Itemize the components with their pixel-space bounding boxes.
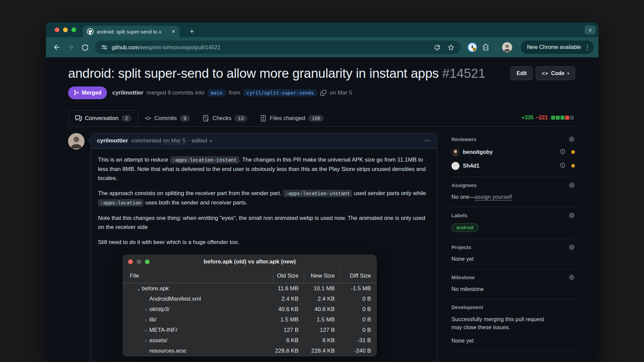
- forward-button[interactable]: [65, 41, 77, 53]
- conversation-icon: [75, 115, 82, 122]
- reviewer-row[interactable]: Sh4d1: [451, 162, 575, 170]
- github-favicon-icon: [87, 28, 94, 35]
- password-manager-extension-icon[interactable]: [467, 42, 477, 52]
- comment-edited-label[interactable]: edited: [192, 137, 207, 144]
- label-android[interactable]: android: [451, 224, 478, 232]
- gear-icon[interactable]: [569, 244, 575, 250]
- extensions-puzzle-icon[interactable]: [482, 44, 490, 51]
- browser-tab[interactable]: android: split super-send to a ✕: [83, 26, 179, 37]
- gear-icon[interactable]: [569, 274, 575, 281]
- assignees-heading: Assignees: [451, 182, 477, 188]
- apk-window-titlebar: before.apk (old) vs after.apk (new): [123, 255, 376, 268]
- development-empty: None yet: [451, 338, 575, 344]
- files-changed-count: 106: [308, 115, 324, 122]
- chevron-collapsed-icon[interactable]: ›: [143, 305, 149, 314]
- pr-title: android: split super-send to allow more …: [68, 66, 511, 81]
- table-row[interactable]: ›okhttp3/ 40.6 KB40.6 KB0 B: [123, 304, 376, 314]
- chevron-expanded-icon[interactable]: ⌄: [135, 284, 142, 293]
- tab-checks[interactable]: Checks 13: [196, 110, 254, 126]
- edit-button[interactable]: Edit: [511, 66, 533, 80]
- development-heading: Development: [451, 304, 483, 310]
- pr-tab-nav: Conversation 2 Commits 9 Checks 13 Files…: [68, 110, 575, 127]
- diff-blocks: [551, 116, 574, 120]
- toolbar-divider: [496, 43, 496, 51]
- address-bar[interactable]: github.com/wesprint-io/monorepo/pull/145…: [95, 41, 461, 54]
- chrome-update-label: New Chrome available: [527, 44, 581, 50]
- tab-close-icon[interactable]: ✕: [171, 29, 175, 34]
- reviewer-avatar: [451, 148, 460, 156]
- milestone-section: Milestone No milestone: [451, 269, 575, 299]
- git-merge-icon: [73, 90, 79, 96]
- inline-code: :apps:location-instant: [283, 190, 352, 197]
- chevron-collapsed-icon[interactable]: ›: [143, 336, 149, 345]
- edited-caret-icon[interactable]: ▾: [210, 139, 212, 143]
- tab-files-changed[interactable]: Files changed 106: [254, 110, 330, 126]
- bookmark-star-icon[interactable]: [447, 44, 454, 51]
- table-row[interactable]: ›META-INF/ 127 B127 B0 B: [123, 325, 376, 335]
- github-pr-page: android: split super-send to allow more …: [46, 57, 598, 362]
- chevron-collapsed-icon[interactable]: ›: [143, 325, 149, 335]
- browser-tab-strip: android: split super-send to a ✕ + ∨: [46, 22, 598, 37]
- macos-minimize-button[interactable]: [63, 27, 68, 32]
- commits-count: 9: [180, 115, 190, 122]
- browser-menu-kebab-icon[interactable]: ⋮: [584, 44, 590, 51]
- table-row[interactable]: ›lib/ 1.5 MB1.5 MB0 B: [123, 314, 376, 325]
- merged-status-badge: Merged: [68, 86, 107, 99]
- projects-empty: None yet: [451, 256, 575, 262]
- table-row[interactable]: ›assets/ 6 KB6 KB-31 B: [123, 335, 376, 346]
- site-settings-icon[interactable]: [101, 44, 108, 51]
- macos-close-button[interactable]: [55, 27, 59, 32]
- labels-section: Labels android: [451, 207, 575, 239]
- install-app-icon[interactable]: [434, 44, 441, 51]
- apk-window-close-button: [128, 259, 133, 264]
- pending-review-dot: [571, 150, 575, 154]
- comment-kebab-menu[interactable]: ···: [424, 137, 431, 144]
- reload-button[interactable]: [79, 41, 91, 53]
- milestone-heading: Milestone: [451, 275, 475, 280]
- gear-icon[interactable]: [569, 212, 575, 219]
- file-diff-icon: [260, 115, 267, 122]
- review-required-shield-icon: [559, 163, 566, 169]
- comment-body: This is an attempt to reduce :apps:locat…: [91, 149, 437, 362]
- pr-sidebar: Reviewers benoitgoby: [451, 133, 575, 362]
- reviewer-row[interactable]: benoitgoby: [451, 148, 575, 156]
- new-tab-button[interactable]: +: [186, 26, 198, 37]
- browser-profile-avatar[interactable]: [502, 42, 512, 52]
- projects-section: Projects None yet: [451, 239, 575, 269]
- tab-conversation[interactable]: Conversation 2: [68, 110, 138, 126]
- commits-icon: [145, 115, 151, 122]
- assign-yourself-link[interactable]: assign yourself: [475, 194, 512, 200]
- comment-date-link[interactable]: on Mar 5: [163, 137, 185, 144]
- apk-window-title: before.apk (old) vs after.apk (new): [204, 257, 296, 266]
- review-required-shield-icon: [559, 149, 566, 155]
- code-button[interactable]: <> Code ▾: [536, 66, 575, 80]
- gear-icon[interactable]: [569, 182, 575, 188]
- back-button[interactable]: [51, 41, 63, 53]
- table-row[interactable]: AndroidManifest.xml 2.4 KB2.4 KB0 B: [123, 294, 376, 304]
- inline-code: :apps:location-instant: [170, 156, 239, 164]
- deletions-count: −221: [536, 115, 548, 121]
- code-icon: <>: [542, 70, 548, 76]
- labels-heading: Labels: [451, 213, 468, 218]
- additions-count: +335: [522, 115, 534, 121]
- inline-code: :apps:location: [98, 199, 144, 206]
- paragraph: Still need to do it with beer which is a…: [98, 238, 430, 247]
- table-row[interactable]: ⌄before.apk 11.6 MB10.1 MB-1.5 MB: [123, 283, 376, 294]
- comment-author-avatar[interactable]: [68, 133, 85, 149]
- reviewer-avatar: [451, 162, 460, 170]
- copy-branch-icon[interactable]: [320, 90, 326, 96]
- apk-diff-window-image[interactable]: before.apk (old) vs after.apk (new) File…: [123, 255, 377, 356]
- reviewers-heading: Reviewers: [451, 136, 476, 142]
- macos-zoom-button[interactable]: [71, 27, 76, 32]
- table-row[interactable]: resources.arsc 228.6 KB228.4 KB-240 B: [123, 346, 376, 356]
- base-branch-label[interactable]: main: [208, 89, 225, 97]
- chevron-collapsed-icon[interactable]: ›: [143, 315, 149, 324]
- chrome-update-button[interactable]: New Chrome available ⋮: [521, 41, 594, 54]
- tab-commits[interactable]: Commits 9: [138, 110, 196, 126]
- gear-icon[interactable]: [569, 136, 575, 142]
- pr-author[interactable]: cyrilmottier: [112, 89, 144, 96]
- comment-author[interactable]: cyrilmottier: [97, 137, 128, 144]
- window-menu-chevron-icon[interactable]: ∨: [585, 25, 596, 35]
- head-branch-label[interactable]: cyril/split-super-sends: [244, 89, 317, 97]
- milestone-empty: No milestone: [451, 286, 575, 292]
